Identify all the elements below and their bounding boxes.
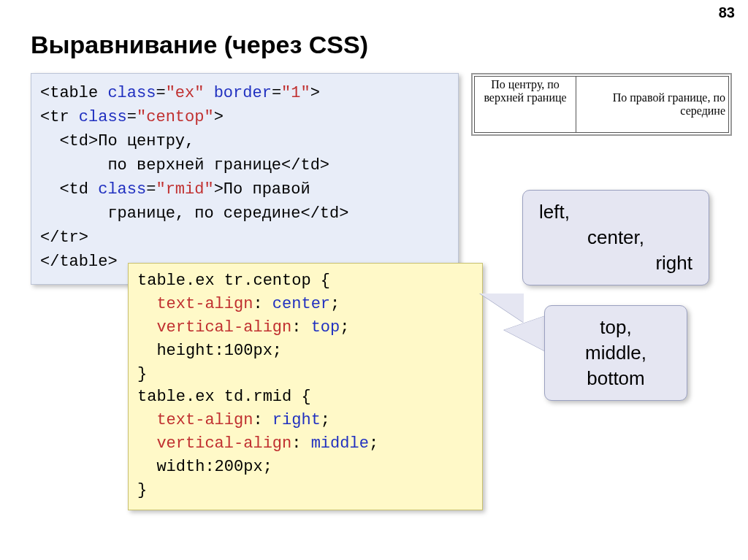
callout-line: right <box>539 250 692 276</box>
table-row: По центру, по верхней границе По правой … <box>475 77 729 133</box>
html-source-box: <table class="ex" border="1"> <tr class=… <box>31 73 459 285</box>
callout-line: bottom <box>561 366 671 391</box>
callout-line: left, <box>539 199 692 225</box>
page-number: 83 <box>719 4 735 21</box>
css-source-box: table.ex tr.centop { text-align: center;… <box>128 263 483 510</box>
callout-line: top, <box>561 315 671 340</box>
preview-cell-right-middle: По правой границе, по середине <box>576 77 729 133</box>
callout-text-align-values: left, center, right <box>522 190 709 285</box>
preview-table: По центру, по верхней границе По правой … <box>474 76 729 133</box>
callout-vertical-align-values: top, middle, bottom <box>544 305 687 401</box>
slide-title: Выравнивание (через CSS) <box>31 31 368 59</box>
preview-cell-center-top: По центру, по верхней границе <box>475 77 576 133</box>
callout-line: middle, <box>561 340 671 366</box>
code: table.ex tr.centop { text-align: center;… <box>137 272 378 499</box>
code: <table class="ex" border="1"> <tr class=… <box>40 84 348 271</box>
callout-tail <box>504 315 546 352</box>
callout-line: center, <box>539 225 692 250</box>
rendered-preview: По центру, по верхней границе По правой … <box>471 73 732 136</box>
